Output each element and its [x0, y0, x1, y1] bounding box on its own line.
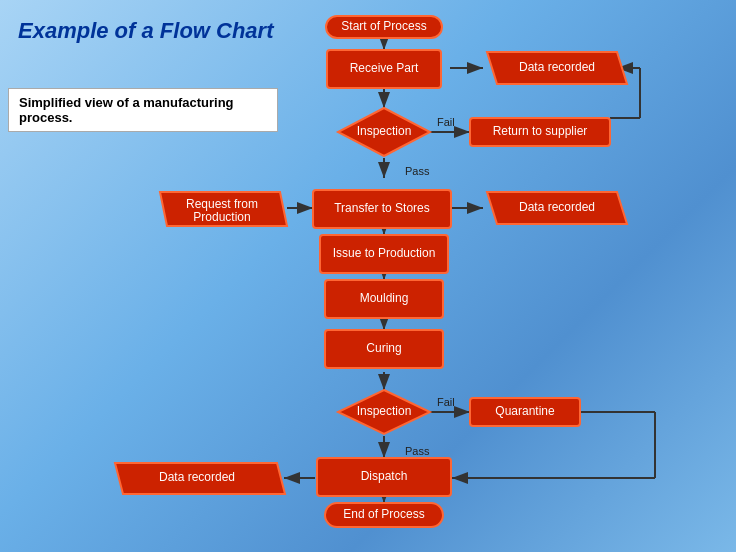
fail-label-2: Fail	[437, 396, 455, 408]
quarantine-label: Quarantine	[495, 404, 555, 418]
pass-label-1: Pass	[405, 165, 430, 177]
data-recorded-2-label: Data recorded	[519, 200, 595, 214]
data-recorded-3-label: Data recorded	[159, 470, 235, 484]
curing-label: Curing	[366, 341, 401, 355]
receive-part-label: Receive Part	[350, 61, 419, 75]
return-supplier-label: Return to supplier	[493, 124, 588, 138]
moulding-label: Moulding	[360, 291, 409, 305]
request-production-label-2: Production	[193, 210, 250, 224]
dispatch-label: Dispatch	[361, 469, 408, 483]
transfer-stores-label: Transfer to Stores	[334, 201, 430, 215]
start-label: Start of Process	[341, 19, 426, 33]
inspection-1-label: Inspection	[357, 124, 412, 138]
issue-production-label: Issue to Production	[333, 246, 436, 260]
data-recorded-1-label: Data recorded	[519, 60, 595, 74]
fail-label-1: Fail	[437, 116, 455, 128]
end-label: End of Process	[343, 507, 424, 521]
pass-label-2: Pass	[405, 445, 430, 457]
inspection-2-label: Inspection	[357, 404, 412, 418]
request-production-label-1: Request from	[186, 197, 258, 211]
